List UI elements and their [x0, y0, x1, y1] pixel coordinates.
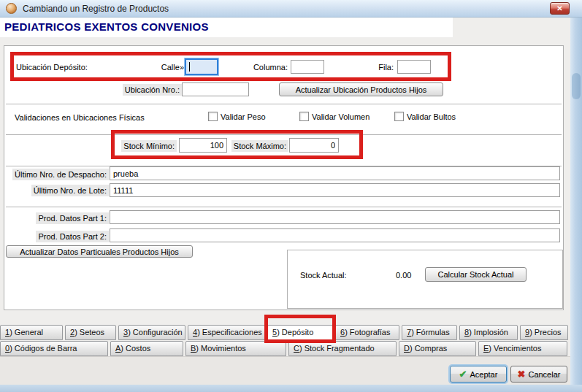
tab-fotografias[interactable]: 6) Fotografías [335, 325, 399, 340]
stock-minimo-input[interactable] [179, 138, 227, 153]
app-icon [6, 3, 17, 14]
tab-row-2: 0) Códigos de Barra A) Costos B) Movimie… [0, 341, 567, 356]
stock-actual-groupbox: Stock Actual: 0.00 Calcular Stock Actual [287, 250, 563, 309]
deposito-panel: Ubicación Depósito: Calle» Columna: Fila… [4, 45, 564, 310]
aceptar-label: Aceptar [470, 370, 497, 379]
tab-label: 1) General [5, 328, 43, 337]
close-button[interactable]: ✕ [550, 2, 570, 15]
datos-part1-label: Prod. Datos Part 1: [36, 212, 109, 224]
aceptar-button[interactable]: ✔ Aceptar [450, 366, 507, 383]
datos-part2-input[interactable] [110, 228, 560, 242]
calle-input[interactable] [185, 58, 218, 75]
tab-label: 3) Configuración [123, 328, 183, 337]
lote-input[interactable] [110, 183, 560, 197]
lote-label: Úlltimo Nro. de Lote: [31, 185, 109, 196]
columna-input[interactable] [291, 60, 324, 74]
tab-label: D) Compras [404, 344, 447, 353]
despacho-input[interactable] [110, 166, 560, 180]
stock-minimo-label: Stock Mínimo: [121, 140, 177, 152]
dialog-window: Cambiando un Registro de Productos ✕ PED… [0, 0, 582, 392]
despacho-label: Último Nro. de Despacho: [12, 169, 109, 180]
tab-stock-fragmentado[interactable]: C) Stock Fragmentado [288, 341, 397, 356]
columna-label: Columna: [253, 61, 288, 73]
cross-icon: ✖ [518, 369, 526, 380]
calcular-stock-button[interactable]: Calcular Stock Actual [425, 267, 527, 282]
validar-bultos-checkbox[interactable] [394, 112, 404, 121]
check-icon: ✔ [459, 369, 467, 380]
tab-label: 2) Seteos [70, 328, 104, 337]
tab-label: C) Stock Fragmentado [294, 344, 375, 353]
tab-configuracion[interactable]: 3) Configuración [118, 325, 185, 340]
tab-row-1: 1) General 2) Seteos 3) Configuración 4)… [0, 325, 568, 340]
tab-label: 6) Fotografías [340, 328, 390, 337]
tab-label: 4) Especificaciones [193, 328, 262, 337]
tab-precios[interactable]: 9) Precios [520, 325, 568, 340]
titlebar: Cambiando un Registro de Productos ✕ [0, 0, 582, 18]
tab-codigos-de-barra[interactable]: 0) Códigos de Barra [0, 341, 108, 356]
separator [6, 207, 562, 208]
calle-label: Calle» [161, 61, 184, 73]
tab-label: 9) Precios [525, 328, 562, 337]
validar-volumen-checkbox[interactable] [299, 112, 309, 121]
tab-label: E) Vencimientos [483, 344, 542, 353]
tab-label: 0) Códigos de Barra [5, 344, 77, 353]
tab-label: 5) Depósito [272, 328, 313, 337]
datos-part2-label: Prod. Datos Part 2: [36, 231, 109, 242]
tab-compras[interactable]: D) Compras [399, 341, 476, 356]
cancelar-button[interactable]: ✖ Cancelar [510, 366, 567, 383]
ubicacion-deposito-label: Ubicación Depósito: [16, 61, 88, 73]
header: PEDIATRICOS EXENTOS CONVENIOS [0, 18, 453, 37]
tab-implosion[interactable]: 8) Implosión [459, 325, 518, 340]
separator [6, 104, 562, 105]
window-border-accent [572, 73, 581, 99]
validar-peso-label: Validar Peso [221, 111, 266, 123]
cancelar-label: Cancelar [528, 370, 560, 379]
stock-maximo-input[interactable] [289, 138, 339, 153]
window-border-bottom [0, 385, 582, 392]
actualizar-datos-button[interactable]: Actualizar Datos Particuales Productos H… [6, 245, 193, 258]
tab-label: B) Movimientos [191, 344, 246, 353]
tab-formulas[interactable]: 7) Fórmulas [402, 325, 457, 340]
validar-peso-checkbox[interactable] [208, 112, 218, 121]
stock-actual-label: Stock Actual: [300, 269, 347, 281]
tab-label: A) Costos [115, 344, 150, 353]
tab-movimientos[interactable]: B) Movimientos [185, 341, 286, 356]
tab-especificaciones[interactable]: 4) Especificaciones [188, 325, 265, 340]
page-title: PEDIATRICOS EXENTOS CONVENIOS [4, 20, 209, 33]
stock-maximo-label: Stock Máximo: [231, 140, 288, 152]
ubicacion-nro-label: Ubicación Nro.: [123, 84, 182, 96]
tab-general[interactable]: 1) General [0, 325, 63, 340]
ubicacion-nro-input[interactable] [182, 82, 249, 96]
separator [6, 134, 562, 136]
validar-volumen-label: Validar Volumen [312, 111, 370, 123]
validar-bultos-label: Validar Bultos [407, 111, 456, 123]
window-title: Cambiando un Registro de Productos [23, 4, 169, 14]
fila-input[interactable] [397, 60, 431, 74]
validaciones-label: Validaciones en Ubicaciones Físicas [15, 112, 145, 123]
tab-deposito[interactable]: 5) Depósito [267, 325, 333, 340]
tab-label: 7) Fórmulas [407, 328, 450, 337]
tab-vencimientos[interactable]: E) Vencimientos [478, 341, 567, 356]
fila-label: Fila: [378, 61, 394, 73]
text-caret [189, 62, 190, 72]
stock-actual-value: 0.00 [396, 269, 411, 281]
actualizar-ubicacion-button[interactable]: Actualizar Ubicación Productos Hijos [279, 82, 443, 96]
tab-costos[interactable]: A) Costos [110, 341, 183, 356]
tab-label: 8) Implosión [464, 328, 508, 337]
tab-seteos[interactable]: 2) Seteos [65, 325, 116, 340]
datos-part1-input[interactable] [110, 210, 560, 224]
close-icon: ✕ [556, 4, 562, 12]
